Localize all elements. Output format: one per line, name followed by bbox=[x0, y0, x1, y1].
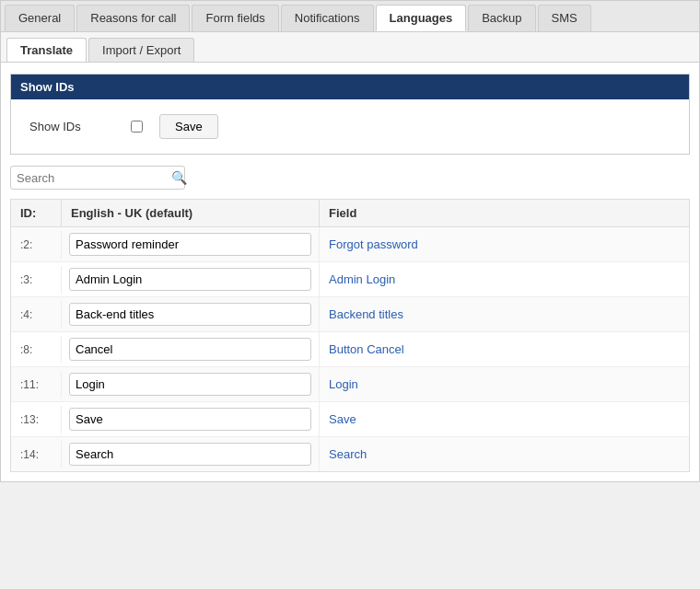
main-container: Translate Import / Export Show IDs Show … bbox=[0, 31, 700, 482]
translation-input[interactable] bbox=[69, 268, 311, 291]
sub-tab-bar: Translate Import / Export bbox=[1, 32, 699, 63]
tab-reasons-for-call[interactable]: Reasons for call bbox=[76, 5, 190, 31]
field-cell: Admin Login bbox=[320, 265, 689, 294]
input-cell bbox=[62, 332, 320, 366]
input-cell bbox=[62, 262, 320, 296]
save-button[interactable]: Save bbox=[159, 114, 218, 139]
table-row: :8: Button Cancel bbox=[11, 332, 689, 367]
tab-backup[interactable]: Backup bbox=[468, 5, 535, 31]
col-header-id: ID: bbox=[11, 200, 62, 226]
col-header-field: Field bbox=[320, 200, 689, 226]
row-id: :4: bbox=[11, 301, 62, 329]
tab-sms[interactable]: SMS bbox=[538, 5, 591, 31]
translation-input[interactable] bbox=[69, 373, 311, 396]
tab-notifications[interactable]: Notifications bbox=[281, 5, 374, 31]
translation-input[interactable] bbox=[69, 443, 311, 466]
show-ids-panel: Show IDs Show IDs Save bbox=[10, 74, 690, 155]
table-row: :3: Admin Login bbox=[11, 262, 689, 297]
field-cell: Save bbox=[320, 405, 689, 433]
show-ids-body: Show IDs Save bbox=[11, 99, 689, 154]
translation-input[interactable] bbox=[69, 408, 311, 431]
show-ids-label: Show IDs bbox=[29, 120, 122, 133]
input-cell bbox=[62, 437, 320, 471]
field-cell: Search bbox=[320, 440, 689, 468]
table-row: :2: Forgot password bbox=[11, 227, 689, 262]
row-id: :14: bbox=[11, 441, 62, 468]
sub-tab-import-export[interactable]: Import / Export bbox=[88, 38, 194, 62]
tab-general[interactable]: General bbox=[5, 5, 75, 31]
row-id: :3: bbox=[11, 266, 62, 294]
translation-input[interactable] bbox=[69, 233, 311, 256]
translation-input[interactable] bbox=[69, 303, 311, 326]
row-id: :2: bbox=[11, 231, 62, 259]
field-cell: Forgot password bbox=[320, 230, 689, 259]
tab-languages[interactable]: Languages bbox=[376, 5, 467, 31]
tab-form-fields[interactable]: Form fields bbox=[192, 5, 278, 31]
sub-tab-translate[interactable]: Translate bbox=[6, 38, 87, 62]
translation-table: ID: English - UK (default) Field :2: For… bbox=[10, 199, 690, 472]
translation-input[interactable] bbox=[69, 338, 311, 361]
col-header-english: English - UK (default) bbox=[62, 200, 320, 226]
row-id: :11: bbox=[11, 371, 62, 398]
table-row: :14: Search bbox=[11, 437, 689, 471]
table-row: :4: Backend titles bbox=[11, 297, 689, 332]
input-cell bbox=[62, 297, 320, 331]
field-cell: Login bbox=[320, 370, 689, 398]
show-ids-header: Show IDs bbox=[11, 75, 689, 99]
field-cell: Backend titles bbox=[320, 300, 689, 329]
row-id: :8: bbox=[11, 336, 62, 364]
field-cell: Button Cancel bbox=[320, 335, 689, 364]
show-ids-checkbox[interactable] bbox=[131, 121, 143, 133]
table-row: :11: Login bbox=[11, 367, 689, 402]
input-cell bbox=[62, 367, 320, 401]
table-row: :13: Save bbox=[11, 402, 689, 437]
search-container: 🔍 bbox=[10, 166, 690, 190]
table-header: ID: English - UK (default) Field bbox=[11, 200, 689, 227]
top-tab-bar: General Reasons for call Form fields Not… bbox=[0, 0, 700, 31]
search-icon: 🔍 bbox=[171, 170, 187, 185]
row-id: :13: bbox=[11, 406, 62, 433]
input-cell bbox=[62, 402, 320, 436]
input-cell bbox=[62, 227, 320, 261]
search-wrapper: 🔍 bbox=[10, 166, 185, 190]
search-input[interactable] bbox=[17, 171, 171, 185]
